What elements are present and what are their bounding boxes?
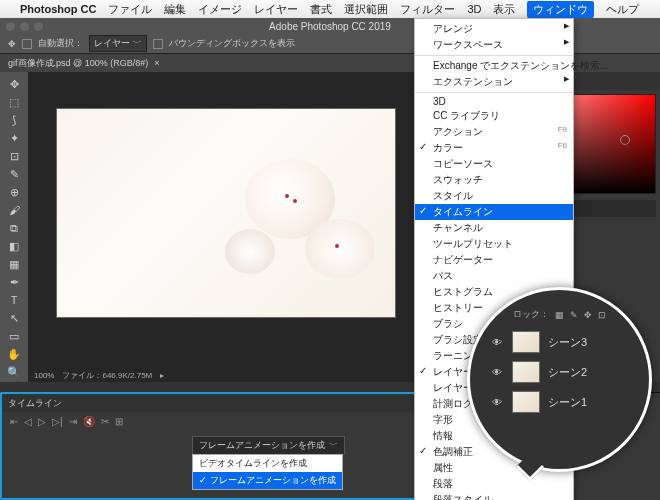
type-tool[interactable]: T (4, 292, 24, 308)
callout-layer-row[interactable]: 👁シーン1 (482, 387, 637, 417)
path-tool[interactable]: ↖ (4, 310, 24, 326)
status-bar: 100% ファイル：646.9K/2.75M ▸ (28, 368, 460, 382)
close-tab-icon[interactable]: × (154, 58, 159, 68)
layer-thumb (512, 361, 540, 383)
tl-cut-icon[interactable]: ✂ (101, 416, 109, 427)
status-arrow-icon[interactable]: ▸ (160, 371, 164, 380)
menu-select[interactable]: 選択範囲 (344, 2, 388, 17)
window-menu-item[interactable]: スタイル (415, 188, 573, 204)
shape-tool[interactable]: ▭ (4, 328, 24, 344)
window-menu-item[interactable]: スウォッチ (415, 172, 573, 188)
move-tool[interactable]: ✥ (4, 76, 24, 92)
timeline-opt-video[interactable]: ビデオタイムラインを作成 (193, 455, 342, 472)
timeline-create-menu: ビデオタイムラインを作成 ✓ フレームアニメーションを作成 (192, 454, 343, 490)
window-menu-item[interactable]: パス (415, 268, 573, 284)
lock-artboard-icon[interactable]: ⊡ (598, 310, 606, 320)
toolbox: ✥ ⬚ ⟆ ✦ ⊡ ✎ ⊕ 🖌 ⧉ ◧ ▦ ✒ T ↖ ▭ ✋ 🔍 (0, 72, 28, 382)
tl-play-icon[interactable]: ▷ (38, 416, 46, 427)
lock-brush-icon[interactable]: ✎ (570, 310, 578, 320)
window-menu-item[interactable]: 段落スタイル (415, 492, 573, 500)
wand-tool[interactable]: ✦ (4, 130, 24, 146)
window-controls[interactable] (6, 22, 43, 31)
window-menu-item[interactable]: チャンネル (415, 220, 573, 236)
auto-select-label: 自動選択： (38, 37, 83, 50)
timeline-tab[interactable]: タイムライン (8, 397, 62, 410)
window-menu-item[interactable]: ナビゲーター (415, 252, 573, 268)
layers-callout: ロック： ▦ ✎ ✥ ⊡ 👁シーン3 👁シーン2 👁シーン1 (467, 287, 652, 472)
stamp-tool[interactable]: ⧉ (4, 220, 24, 236)
window-menu-item[interactable]: アレンジ (415, 21, 573, 37)
window-menu-item[interactable]: エクステンション (415, 74, 573, 90)
app-title: Adobe Photoshop CC 2019 (269, 21, 391, 32)
callout-layer-row[interactable]: 👁シーン2 (482, 357, 637, 387)
window-menu-item[interactable]: 段落 (415, 476, 573, 492)
tl-next-icon[interactable]: ▷| (52, 416, 63, 427)
gradient-tool[interactable]: ▦ (4, 256, 24, 272)
window-menu-item[interactable]: CC ライブラリ (415, 108, 573, 124)
timeline-panel: タイムライン ⇤ ◁ ▷ ▷| ⇥ 🔇 ✂ ⊞ フレームアニメーションを作成﹀ … (0, 392, 460, 500)
callout-lock-row: ロック： ▦ ✎ ✥ ⊡ (482, 308, 637, 321)
timeline-body: フレームアニメーションを作成﹀ ビデオタイムラインを作成 ✓ フレームアニメーシ… (2, 430, 458, 480)
tl-transition-icon[interactable]: ⊞ (115, 416, 123, 427)
bbox-checkbox[interactable] (153, 39, 163, 49)
window-menu-item[interactable]: ワークスペース (415, 37, 573, 53)
tl-prev-icon[interactable]: ◁ (24, 416, 32, 427)
canvas-image (56, 108, 396, 318)
tl-audio-icon[interactable]: 🔇 (83, 416, 95, 427)
layer-thumb (512, 331, 540, 353)
menu-type[interactable]: 書式 (310, 2, 332, 17)
tl-last-icon[interactable]: ⇥ (69, 416, 77, 427)
hand-tool[interactable]: ✋ (4, 346, 24, 362)
eye-icon[interactable]: 👁 (492, 397, 504, 408)
lasso-tool[interactable]: ⟆ (4, 112, 24, 128)
move-tool-icon[interactable]: ✥ (8, 39, 16, 49)
window-menu-item[interactable]: Exchange でエクステンションを検索... (415, 58, 573, 74)
window-menu-item[interactable]: 3D (415, 95, 573, 108)
tl-first-icon[interactable]: ⇤ (10, 416, 18, 427)
bbox-label: バウンディングボックスを表示 (169, 37, 295, 50)
zoom-tool[interactable]: 🔍 (4, 364, 24, 380)
menu-3d[interactable]: 3D (467, 3, 481, 15)
brush-tool[interactable]: 🖌 (4, 202, 24, 218)
layer-thumb (512, 391, 540, 413)
window-menu-item[interactable]: ツールプリセット (415, 236, 573, 252)
document-tab[interactable]: gif画像作成.psd @ 100% (RGB/8#) (8, 57, 148, 70)
pen-tool[interactable]: ✒ (4, 274, 24, 290)
window-menu-item[interactable]: アクションF9 (415, 124, 573, 140)
file-info: ファイル：646.9K/2.75M (62, 370, 152, 381)
app-menu[interactable]: Photoshop CC (20, 3, 96, 15)
eraser-tool[interactable]: ◧ (4, 238, 24, 254)
eye-icon[interactable]: 👁 (492, 337, 504, 348)
lock-pixels-icon[interactable]: ▦ (555, 310, 564, 320)
color-picker-ring[interactable] (620, 135, 630, 145)
menu-layer[interactable]: レイヤー (254, 2, 298, 17)
lock-move-icon[interactable]: ✥ (584, 310, 592, 320)
mac-menu-bar: Photoshop CC ファイル 編集 イメージ レイヤー 書式 選択範囲 フ… (0, 0, 660, 18)
timeline-create-dropdown[interactable]: フレームアニメーションを作成﹀ (192, 436, 345, 455)
zoom-level[interactable]: 100% (34, 371, 54, 380)
menu-window[interactable]: ウィンドウ (527, 1, 594, 18)
timeline-controls: ⇤ ◁ ▷ ▷| ⇥ 🔇 ✂ ⊞ (2, 412, 458, 430)
menu-image[interactable]: イメージ (198, 2, 242, 17)
marquee-tool[interactable]: ⬚ (4, 94, 24, 110)
menu-edit[interactable]: 編集 (164, 2, 186, 17)
heal-tool[interactable]: ⊕ (4, 184, 24, 200)
menu-view[interactable]: 表示 (493, 2, 515, 17)
auto-select-checkbox[interactable] (22, 39, 32, 49)
window-menu-item[interactable]: コピーソース (415, 156, 573, 172)
window-menu-item[interactable]: カラーF6 (415, 140, 573, 156)
timeline-opt-frame[interactable]: ✓ フレームアニメーションを作成 (193, 472, 342, 489)
auto-select-dropdown[interactable]: レイヤー ﹀ (89, 35, 147, 52)
eye-icon[interactable]: 👁 (492, 367, 504, 378)
window-menu-item[interactable]: タイムライン (415, 204, 573, 220)
menu-help[interactable]: ヘルプ (606, 2, 639, 17)
canvas-area[interactable]: 100% ファイル：646.9K/2.75M ▸ (28, 72, 460, 382)
menu-filter[interactable]: フィルター (400, 2, 455, 17)
crop-tool[interactable]: ⊡ (4, 148, 24, 164)
chevron-down-icon: ﹀ (329, 439, 338, 452)
menu-file[interactable]: ファイル (108, 2, 152, 17)
callout-layer-row[interactable]: 👁シーン3 (482, 327, 637, 357)
eyedropper-tool[interactable]: ✎ (4, 166, 24, 182)
